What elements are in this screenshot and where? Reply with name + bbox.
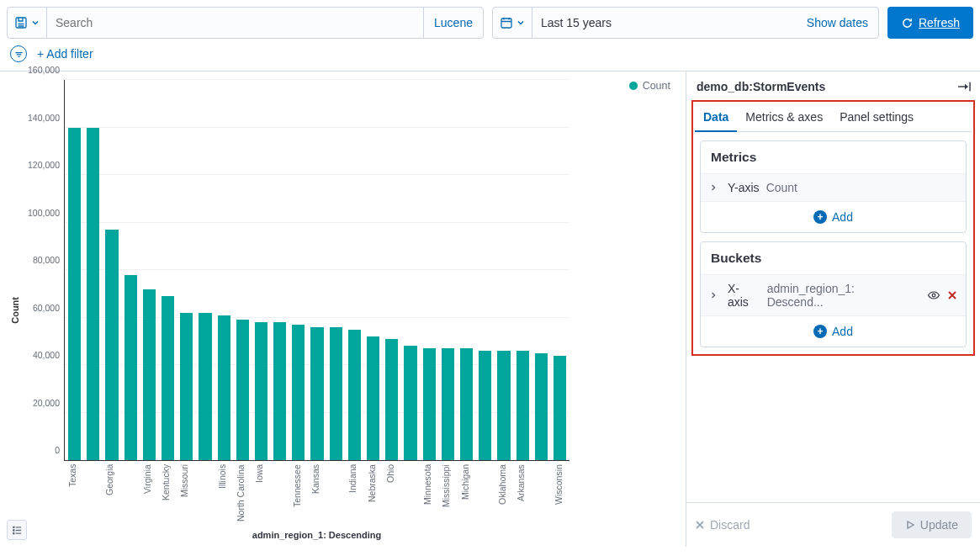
- show-dates-button[interactable]: Show dates: [797, 16, 878, 29]
- add-bucket-label: Add: [832, 325, 853, 338]
- bucket-row-xaxis[interactable]: X-axis admin_region_1: Descend...: [701, 274, 966, 315]
- x-tick-label: Illinois: [217, 464, 230, 528]
- svg-point-4: [13, 532, 13, 533]
- bucket-value: admin_region_1: Descend...: [767, 282, 914, 309]
- bar[interactable]: [404, 346, 416, 460]
- bar[interactable]: [236, 320, 249, 460]
- chevron-down-icon: [31, 19, 40, 27]
- add-bucket-button[interactable]: + Add: [701, 315, 966, 347]
- metrics-heading: Metrics: [701, 141, 966, 173]
- bar[interactable]: [479, 351, 491, 460]
- bar[interactable]: [516, 351, 529, 460]
- bar[interactable]: [554, 356, 566, 460]
- legend-toggle-button[interactable]: [7, 520, 27, 540]
- bar[interactable]: [162, 296, 174, 460]
- metric-label: Y-axis: [728, 181, 760, 194]
- bar[interactable]: [423, 348, 436, 460]
- bar[interactable]: [273, 322, 286, 460]
- refresh-button[interactable]: Refresh: [887, 7, 973, 39]
- x-tick-label: Oklahoma: [497, 464, 510, 528]
- metrics-section: Metrics Y-axis Count + Add: [700, 140, 967, 233]
- bar[interactable]: [180, 313, 193, 460]
- y-tick-label: 160,000: [21, 65, 60, 75]
- legend-series-label: Count: [643, 80, 670, 92]
- x-tick-label: Wisconsin: [554, 464, 566, 528]
- x-tick-label: Kentucky: [161, 464, 173, 528]
- bar[interactable]: [367, 336, 379, 460]
- add-metric-label: Add: [832, 210, 853, 224]
- bar[interactable]: [255, 322, 268, 460]
- x-tick-label: [404, 464, 416, 528]
- eye-icon: [927, 289, 940, 302]
- date-range-text[interactable]: Last 15 years: [532, 16, 797, 29]
- x-tick-label: Arkansas: [516, 464, 528, 528]
- x-tick-label: Tennessee: [292, 464, 305, 528]
- list-icon: [12, 525, 23, 536]
- svg-rect-6: [969, 82, 970, 92]
- legend-dot-icon: [629, 82, 638, 90]
- search-input[interactable]: [47, 8, 423, 38]
- play-icon: [905, 520, 915, 530]
- y-tick-label: 140,000: [21, 113, 60, 123]
- bar[interactable]: [105, 230, 118, 460]
- plus-circle-icon: +: [813, 325, 827, 338]
- x-tick-label: [479, 464, 491, 528]
- query-bar: Lucene: [7, 7, 484, 39]
- x-tick-label: Indiana: [347, 464, 360, 528]
- buckets-section: Buckets X-axis admin_region_1: Descend..…: [700, 241, 967, 347]
- y-axis-title: Count: [8, 297, 22, 324]
- y-tick-label: 100,000: [21, 208, 60, 218]
- bar[interactable]: [348, 330, 361, 460]
- bucket-label: X-axis: [728, 282, 760, 309]
- y-tick-label: 20,000: [21, 398, 60, 408]
- bar[interactable]: [330, 327, 342, 460]
- metric-row-yaxis[interactable]: Y-axis Count: [701, 173, 966, 201]
- x-tick-label: [273, 464, 285, 528]
- add-metric-button[interactable]: + Add: [701, 201, 966, 232]
- x-tick-label: Virginia: [142, 464, 155, 528]
- x-tick-label: [86, 464, 98, 528]
- query-language-button[interactable]: Lucene: [423, 8, 483, 38]
- tab-data[interactable]: Data: [695, 103, 737, 132]
- bar[interactable]: [385, 339, 398, 460]
- bar[interactable]: [199, 313, 211, 460]
- refresh-icon: [901, 17, 914, 29]
- remove-bucket-button[interactable]: [947, 290, 957, 300]
- bar[interactable]: [497, 351, 510, 460]
- chevron-right-icon: [709, 291, 721, 299]
- tab-metrics-axes[interactable]: Metrics & axes: [737, 103, 831, 131]
- bar[interactable]: [68, 128, 81, 461]
- filter-options-button[interactable]: [10, 45, 27, 62]
- tab-panel-settings[interactable]: Panel settings: [831, 103, 922, 131]
- x-tick-label: Texas: [67, 464, 80, 528]
- editor-tabs: Data Metrics & axes Panel settings: [695, 103, 972, 132]
- svg-rect-1: [501, 19, 511, 28]
- buckets-heading: Buckets: [701, 242, 966, 274]
- collapse-panel-button[interactable]: [958, 81, 972, 93]
- x-tick-label: Michigan: [460, 464, 473, 528]
- bar[interactable]: [143, 289, 156, 460]
- bar[interactable]: [460, 348, 473, 460]
- bar[interactable]: [218, 315, 230, 460]
- discard-label: Discard: [710, 518, 750, 532]
- chevron-right-icon: [709, 183, 721, 192]
- chevron-down-icon: [516, 19, 525, 27]
- y-tick-label: 60,000: [21, 303, 60, 313]
- update-button[interactable]: Update: [892, 511, 972, 538]
- bar[interactable]: [310, 327, 323, 460]
- calendar-button[interactable]: [493, 8, 532, 38]
- bar[interactable]: [442, 348, 454, 460]
- toggle-visibility-button[interactable]: [927, 289, 940, 302]
- close-icon: [695, 520, 705, 530]
- add-filter-button[interactable]: + Add filter: [37, 47, 93, 61]
- bar[interactable]: [87, 128, 99, 461]
- bar[interactable]: [124, 275, 137, 460]
- plot-area: 020,00040,00060,00080,000100,000120,0001…: [64, 80, 569, 461]
- bar[interactable]: [292, 325, 305, 460]
- update-label: Update: [920, 518, 958, 532]
- bar[interactable]: [535, 353, 548, 460]
- discard-button[interactable]: Discard: [695, 518, 750, 532]
- legend[interactable]: Count: [629, 80, 670, 92]
- saved-queries-button[interactable]: [8, 8, 47, 38]
- calendar-icon: [500, 16, 513, 29]
